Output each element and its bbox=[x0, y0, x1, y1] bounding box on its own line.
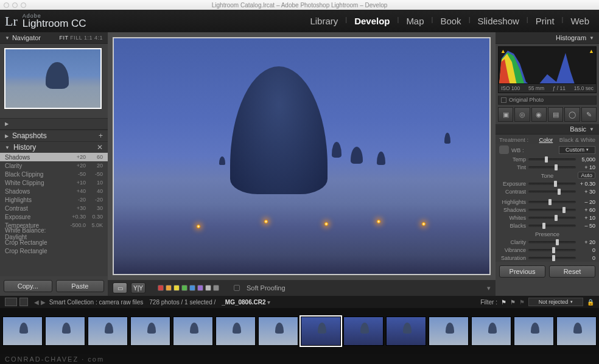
filmstrip-thumb[interactable] bbox=[343, 317, 384, 346]
slider-highlights[interactable]: Highlights– 20 bbox=[496, 198, 599, 206]
filmstrip-thumb[interactable] bbox=[215, 317, 256, 346]
flag-pick-icon[interactable]: ⚑ bbox=[501, 299, 506, 306]
filmstrip-thumb[interactable] bbox=[301, 317, 341, 346]
exif-shutter: 15.0 sec bbox=[574, 85, 594, 91]
filmstrip-thumb[interactable] bbox=[386, 317, 426, 346]
history-item[interactable]: White Balance: Daylight bbox=[0, 229, 108, 238]
color-swatch[interactable] bbox=[173, 285, 180, 291]
filmstrip-thumb[interactable] bbox=[2, 317, 43, 346]
color-swatch[interactable] bbox=[166, 285, 172, 291]
filmstrip-thumb[interactable] bbox=[45, 317, 85, 346]
slider-blacks[interactable]: Blacks– 50 bbox=[496, 222, 599, 229]
reset-button[interactable]: Reset bbox=[549, 265, 595, 278]
module-print[interactable]: Print bbox=[531, 16, 559, 26]
brush-tool-icon[interactable]: ✎ bbox=[581, 107, 597, 122]
highlight-clip-icon[interactable]: ▲ bbox=[589, 48, 594, 54]
radial-tool-icon[interactable]: ◯ bbox=[564, 107, 580, 122]
history-list: Shadows+2060Clarity+2020Black Clipping-5… bbox=[0, 153, 108, 276]
navigator-preview[interactable] bbox=[0, 44, 108, 113]
snapshots-header[interactable]: ▶ Snapshots + bbox=[0, 130, 108, 141]
filter-lock-icon[interactable]: 🔒 bbox=[587, 299, 594, 306]
color-swatch[interactable] bbox=[181, 285, 187, 291]
crop-tool-icon[interactable]: ▣ bbox=[498, 107, 513, 122]
filmstrip-thumb[interactable] bbox=[88, 317, 128, 346]
spot-tool-icon[interactable]: ◎ bbox=[514, 107, 530, 122]
treatment-color[interactable]: Color bbox=[539, 136, 553, 143]
redeye-tool-icon[interactable]: ◉ bbox=[531, 107, 547, 122]
preview-wrap bbox=[108, 32, 496, 280]
slider-vibrance[interactable]: Vibrance0 bbox=[496, 246, 599, 254]
color-swatch[interactable] bbox=[158, 285, 164, 291]
history-item[interactable]: Shadows+4040 bbox=[0, 187, 108, 195]
filmstrip-thumb[interactable] bbox=[514, 317, 554, 346]
shadow-clip-icon[interactable]: ▲ bbox=[500, 48, 506, 54]
slider-contrast[interactable]: Contrast+ 30 bbox=[496, 187, 599, 195]
main-screen-button[interactable] bbox=[5, 298, 17, 306]
histogram-graph[interactable]: ▲ ▲ ISO 100 55 mm ƒ / 11 15.0 sec bbox=[498, 46, 597, 93]
module-book[interactable]: Book bbox=[435, 16, 466, 26]
previous-button[interactable]: Previous bbox=[499, 265, 545, 278]
navigator-zoom-opts[interactable]: FIT FILL 1:1 4:1 bbox=[59, 35, 103, 41]
module-library[interactable]: Library bbox=[305, 16, 343, 26]
history-item[interactable]: Clarity+2020 bbox=[0, 161, 108, 170]
navigator-header[interactable]: ▼ Navigator FIT FILL 1:1 4:1 bbox=[0, 32, 108, 44]
slider-shadows[interactable]: Shadows+ 60 bbox=[496, 206, 599, 214]
main-area: ▼ Navigator FIT FILL 1:1 4:1 ▶ ▶ Snapsho… bbox=[0, 32, 599, 296]
toolbar-menu-icon[interactable]: ▾ bbox=[487, 284, 491, 292]
auto-tone-button[interactable]: Auto bbox=[578, 172, 595, 179]
add-snapshot-icon[interactable]: + bbox=[99, 131, 103, 140]
history-item[interactable]: Crop Rectangle bbox=[0, 238, 108, 247]
clear-history-icon[interactable]: ✕ bbox=[97, 143, 103, 152]
slider-whites[interactable]: Whites+ 10 bbox=[496, 214, 599, 222]
history-item[interactable]: Black Clipping-50-50 bbox=[0, 170, 108, 178]
history-item[interactable]: Shadows+2060 bbox=[0, 153, 108, 161]
slider-exposure[interactable]: Exposure+ 0.30 bbox=[496, 180, 599, 187]
copy-button[interactable]: Copy... bbox=[4, 280, 52, 292]
slider-temp[interactable]: Temp5,000 bbox=[496, 155, 599, 163]
filmstrip-thumb[interactable] bbox=[173, 317, 213, 346]
filmstrip-thumb[interactable] bbox=[258, 317, 298, 346]
before-after-button[interactable]: Y|Y bbox=[131, 282, 145, 293]
presence-title: Presence bbox=[496, 229, 599, 238]
slider-tint[interactable]: Tint+ 10 bbox=[496, 163, 599, 171]
soft-proofing-checkbox[interactable] bbox=[234, 285, 240, 291]
module-develop[interactable]: Develop bbox=[349, 16, 394, 26]
slider-clarity[interactable]: Clarity+ 20 bbox=[496, 238, 599, 246]
treatment-bw[interactable]: Black & White bbox=[559, 136, 595, 143]
flag-unflag-icon[interactable]: ⚑ bbox=[510, 299, 516, 306]
gradient-tool-icon[interactable]: ▤ bbox=[548, 107, 563, 122]
history-header[interactable]: ▼ History ✕ bbox=[0, 141, 108, 153]
color-swatch[interactable] bbox=[213, 285, 219, 291]
wb-eyedropper-icon[interactable] bbox=[499, 145, 509, 154]
module-web[interactable]: Web bbox=[566, 16, 594, 26]
slider-saturation[interactable]: Saturation0 bbox=[496, 254, 599, 262]
module-slideshow[interactable]: Slideshow bbox=[472, 16, 524, 26]
histogram-header[interactable]: Histogram ▼ bbox=[496, 32, 599, 44]
filmstrip-thumb[interactable] bbox=[429, 317, 469, 346]
loupe-view-button[interactable]: ▭ bbox=[113, 282, 127, 293]
collection-path[interactable]: Smart Collection : camera raw files bbox=[49, 299, 144, 306]
filmstrip-thumb[interactable] bbox=[130, 317, 170, 346]
history-item[interactable]: White Clipping+1010 bbox=[0, 178, 108, 187]
second-screen-button[interactable] bbox=[19, 298, 28, 306]
photo-preview[interactable] bbox=[113, 37, 491, 275]
paste-button[interactable]: Paste bbox=[56, 280, 105, 292]
module-map[interactable]: Map bbox=[401, 16, 429, 26]
flag-reject-icon[interactable]: ⚑ bbox=[519, 299, 525, 306]
color-swatch[interactable] bbox=[189, 285, 195, 291]
wb-dropdown[interactable]: Custom ▾ bbox=[559, 146, 595, 154]
history-item[interactable]: Crop Rectangle bbox=[0, 247, 108, 255]
filmstrip-thumb[interactable] bbox=[556, 317, 597, 346]
original-checkbox-icon[interactable] bbox=[501, 97, 506, 103]
history-item[interactable]: Exposure+0.300.30 bbox=[0, 212, 108, 221]
filmstrip[interactable] bbox=[0, 308, 599, 354]
collapsed-panel[interactable]: ▶ bbox=[0, 118, 108, 130]
color-swatch[interactable] bbox=[205, 285, 211, 291]
history-item[interactable]: Contrast+3030 bbox=[0, 204, 108, 212]
original-photo-row[interactable]: Original Photo bbox=[498, 96, 597, 105]
history-item[interactable]: Highlights-20-20 bbox=[0, 195, 108, 204]
filter-preset-dropdown[interactable]: Not rejected▾ bbox=[528, 298, 583, 306]
filmstrip-thumb[interactable] bbox=[471, 317, 511, 346]
color-swatch[interactable] bbox=[197, 285, 203, 291]
basic-panel-header[interactable]: Basic ▼ bbox=[496, 124, 599, 135]
